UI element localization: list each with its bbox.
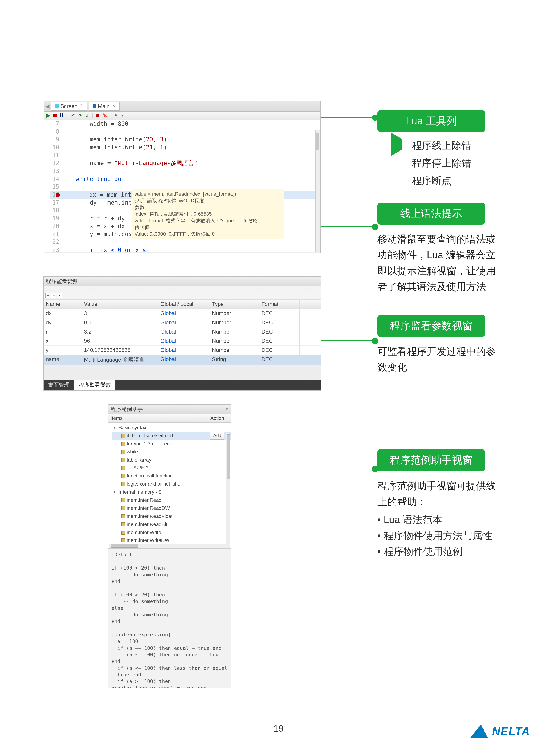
code-line[interactable]: 13 [50, 167, 320, 175]
col-items[interactable]: Items [111, 415, 123, 421]
delete-variable-button[interactable]: × [57, 293, 62, 298]
vertical-scrollbar[interactable] [315, 130, 320, 252]
watch-row[interactable]: nameMulti-Language-多國語言GlobalStringDEC [43, 355, 321, 365]
tree-leaf[interactable]: mem.inter.Write [112, 528, 231, 536]
tree-leaf[interactable]: mem.inter.ReadDW [112, 504, 231, 512]
bottom-tab-watch[interactable]: 程序監看變數 [74, 380, 115, 390]
brand-logo: NELTA [471, 725, 530, 738]
play-icon [391, 133, 402, 156]
editor-panel: ◀ Screen_1 Main × ↶ ↷ ↓̲ 🔖 ⚑ ✔ [43, 100, 321, 253]
legend-bp: 程序断点 [391, 174, 521, 187]
watch-cell: DEC [259, 346, 300, 355]
tree-leaf[interactable]: table, array [112, 456, 231, 464]
legend-play: 程序线上除错 [391, 139, 521, 152]
separator-icon [111, 113, 111, 118]
document-icon [121, 482, 125, 486]
breakpoint-button[interactable] [96, 114, 99, 117]
code-line[interactable]: 10 mem.inter.Write(21, 1) [50, 144, 320, 151]
tree-internal-label: Internal memory - $ [119, 489, 162, 496]
document-icon [121, 506, 125, 510]
pause-button[interactable] [60, 113, 65, 118]
tooltip-line: Value: 0x0000~0xFFFF，失敗傳回 0 [135, 231, 282, 237]
watch-cell: 0.1 [82, 318, 158, 327]
watch-cell: 3.2 [82, 327, 158, 336]
flag-icon[interactable]: ⚑ [114, 113, 118, 118]
close-icon[interactable]: × [113, 103, 116, 109]
tree-leaf[interactable]: if then else elseif endAdd [112, 432, 231, 440]
legend-stop-label: 程序停止除错 [412, 156, 471, 170]
tooltip-line: value = mem.inter.Read(index, [value_for… [135, 191, 282, 197]
run-button[interactable] [46, 113, 50, 118]
remove-variable-button[interactable]: − [51, 293, 56, 298]
watch-row[interactable]: dx3GlobalNumberDEC [43, 309, 321, 318]
syntax-title: 线上语法提示 [377, 203, 485, 225]
add-variable-button[interactable]: + [46, 293, 50, 298]
tree-leaf-label: mem.inter.ReadBit [127, 521, 167, 528]
line-number: 22 [50, 238, 62, 246]
separator-icon [92, 113, 93, 118]
close-icon[interactable]: × [226, 406, 229, 413]
tree-leaf[interactable]: mem.inter.ReadBit [112, 520, 231, 528]
tree-leaf[interactable]: while [112, 448, 231, 456]
col-scope[interactable]: Global / Local [158, 300, 210, 309]
code-line[interactable]: 8 [50, 128, 320, 136]
watch-body: dx3GlobalNumberDECdy0.1GlobalNumberDECr3… [43, 309, 321, 365]
code-line[interactable]: 23 if (x < 0 or x ≥ [50, 246, 320, 253]
tree-leaf[interactable]: for var=1,3 do ... end [112, 440, 231, 448]
col-format[interactable]: Format [259, 300, 300, 309]
col-type[interactable]: Type [210, 300, 259, 309]
tree-leaf[interactable]: mem.inter.WriteDW [112, 536, 231, 545]
watch-row[interactable]: y140.170522420525GlobalNumberDEC [43, 346, 321, 355]
tree-internal-memory[interactable]: ▾Internal memory - $ [112, 488, 231, 496]
tab-screen[interactable]: Screen_1 [51, 102, 87, 111]
assist-intro: 程序范例助手视窗可提供线上的帮助： [377, 478, 503, 510]
add-button[interactable]: Add [210, 432, 224, 440]
document-icon [121, 514, 125, 518]
step-back-icon[interactable]: ↶ [71, 113, 75, 118]
code-line[interactable]: 12 name = "Multi-Language-多國語言" [50, 159, 320, 167]
editor-toolbar: ↶ ↷ ↓̲ 🔖 ⚑ ✔ [44, 112, 320, 120]
line-number: 20 [50, 222, 62, 230]
col-value[interactable]: Value [82, 300, 158, 309]
tree-leaf[interactable]: mem.inter.Read [112, 496, 231, 504]
tree-leaf[interactable]: + - * / % ^ [112, 464, 231, 472]
watch-cell: Number [210, 309, 259, 318]
watch-cell: Global [158, 355, 210, 365]
tree-leaf[interactable]: logic: xor and or not lsh... [112, 480, 231, 488]
step-over-icon[interactable]: ↷ [78, 113, 82, 118]
watch-cell: Global [158, 309, 210, 318]
code-line[interactable]: 14 while true do [50, 175, 320, 183]
vertical-scrollbar[interactable] [226, 433, 230, 548]
col-action[interactable]: Action [210, 415, 224, 421]
logo-text: NELTA [492, 725, 530, 738]
stop-button[interactable] [53, 114, 57, 117]
code-line[interactable]: 7 width = 800 [50, 120, 320, 128]
step-out-icon[interactable]: ↓̲ [85, 113, 89, 118]
tab-main[interactable]: Main × [89, 102, 120, 111]
watch-cell: Number [210, 327, 259, 336]
code-line[interactable]: 9 mem.inter.Write(20, 3) [50, 136, 320, 144]
col-name[interactable]: Name [43, 300, 82, 309]
check-icon[interactable]: ✔ [121, 113, 124, 118]
tree-basic-syntax[interactable]: ▾Basic syntax [112, 424, 231, 432]
code-editor[interactable]: 7 width = 80089 mem.inter.Write(20, 3)10… [44, 120, 320, 253]
bookmark-icon[interactable]: 🔖 [102, 113, 108, 118]
watch-row[interactable]: r3.2GlobalNumberDEC [43, 327, 321, 337]
watch-row[interactable]: x96GlobalNumberDEC [43, 337, 321, 346]
bottom-tab-screens[interactable]: 畫面管理 [43, 380, 74, 390]
watch-body: 可监看程序开发过程中的参数变化 [377, 344, 503, 375]
assist-bullet: 程序物件使用范例 [377, 544, 503, 559]
document-icon [121, 466, 125, 470]
assist-tree: ▾Basic syntax if then else elseif endAdd… [108, 423, 231, 549]
watch-cell: Global [158, 318, 210, 327]
line-number: 11 [50, 151, 62, 159]
watch-cell: r [43, 327, 82, 336]
watch-title: 程序监看参数视窗 [377, 315, 485, 337]
tree-leaf[interactable]: function, call function [112, 472, 231, 480]
tree-leaf[interactable]: mem.inter.ReadFloat [112, 512, 231, 520]
logo-triangle-icon [470, 725, 490, 738]
code-line[interactable]: 11 [50, 151, 320, 159]
watch-row[interactable]: dy0.1GlobalNumberDEC [43, 318, 321, 327]
horizontal-scrollbar[interactable] [109, 544, 226, 548]
watch-cell: Global [158, 337, 210, 345]
